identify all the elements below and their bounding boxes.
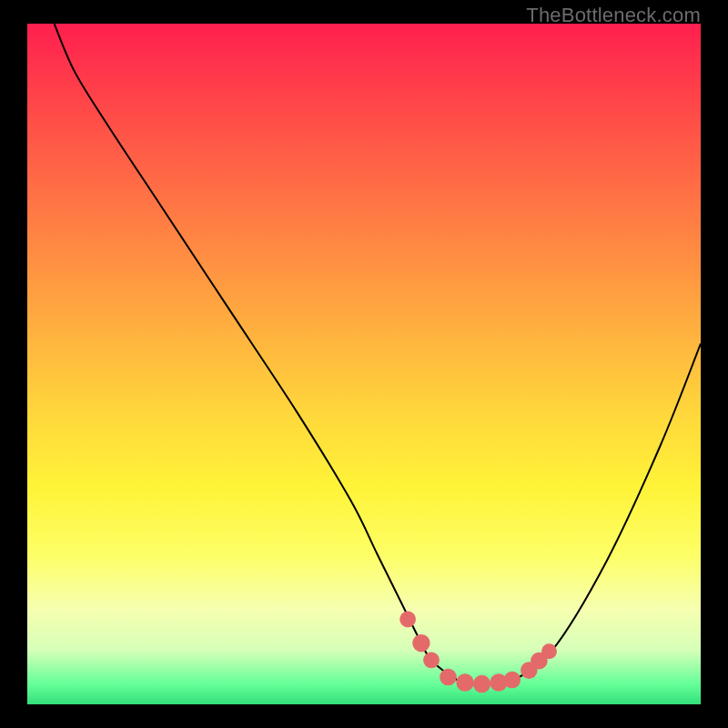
marker-group (399, 612, 557, 693)
marker-bottom-2 (456, 673, 473, 691)
marker-bottom-1 (440, 669, 457, 686)
marker-left-1 (399, 612, 416, 628)
plot-area (27, 24, 701, 704)
marker-left-3 (423, 652, 440, 669)
chart-svg (27, 24, 701, 704)
marker-right-3 (541, 643, 557, 659)
marker-bottom-5 (504, 672, 521, 689)
outer-frame: TheBottleneck.com (0, 0, 728, 728)
marker-left-2 (412, 634, 430, 652)
marker-bottom-3 (473, 675, 490, 693)
bottleneck-curve (55, 24, 701, 684)
